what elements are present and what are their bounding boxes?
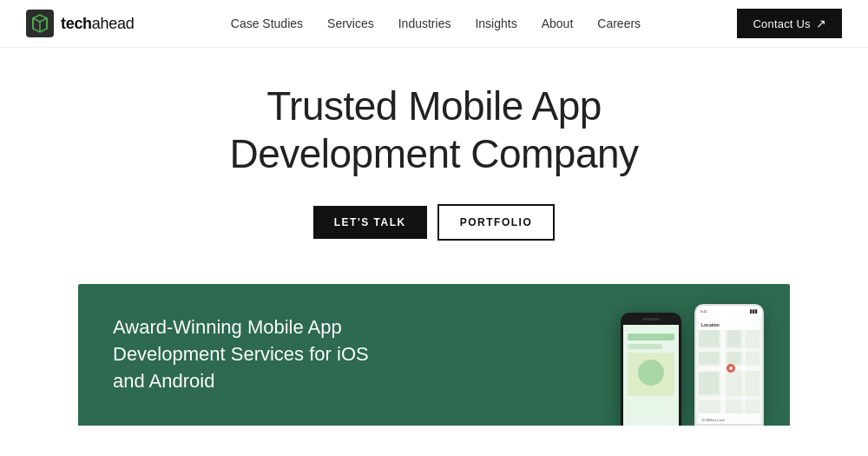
header: techahead Case Studies Services Industri… <box>0 0 868 48</box>
phones-container: 9:41 9:41 ▊▊▊ <box>621 304 764 426</box>
nav-case-studies[interactable]: Case Studies <box>231 17 303 30</box>
contact-button[interactable]: Contact Us ↗ <box>737 9 842 38</box>
phone-dark-screen: 9:41 <box>623 325 679 426</box>
portfolio-button[interactable]: PORTFOLIO <box>437 204 556 241</box>
phone-white-mockup: 9:41 ▊▊▊ <box>694 304 764 426</box>
phone-dark-mockup: 9:41 <box>621 313 681 426</box>
svg-rect-19 <box>699 396 760 400</box>
phone-status-bar: 9:41 ▊▊▊ <box>696 306 762 318</box>
nav-services[interactable]: Services <box>327 17 374 30</box>
svg-text:Location: Location <box>701 322 720 327</box>
logo[interactable]: techahead <box>26 10 134 37</box>
green-section-title: Award-Winning Mobile App Development Ser… <box>113 314 373 394</box>
nav-careers[interactable]: Careers <box>597 17 641 30</box>
green-section-wrapper: Award-Winning Mobile App Development Ser… <box>0 284 868 425</box>
svg-point-12 <box>647 363 655 372</box>
svg-rect-18 <box>699 348 760 352</box>
nav-industries[interactable]: Industries <box>398 17 451 30</box>
nav-about[interactable]: About <box>542 17 574 30</box>
svg-rect-10 <box>648 325 654 426</box>
logo-icon <box>26 10 54 37</box>
svg-rect-2 <box>623 325 679 426</box>
svg-text:9:41: 9:41 <box>626 327 634 332</box>
svg-point-32 <box>729 367 733 370</box>
svg-rect-21 <box>742 318 746 424</box>
hero-title: Trusted Mobile App Development Company <box>174 83 694 178</box>
svg-rect-1 <box>623 325 679 426</box>
phone-white-screen: Location 15 Willow Lane <box>699 318 760 424</box>
svg-rect-20 <box>720 318 726 424</box>
svg-rect-24 <box>699 353 719 364</box>
green-section: Award-Winning Mobile App Development Ser… <box>78 284 790 425</box>
nav-insights[interactable]: Insights <box>475 17 516 30</box>
svg-rect-25 <box>727 353 740 364</box>
hero-buttons: LET'S TALK PORTFOLIO <box>313 204 555 241</box>
logo-text: techahead <box>61 15 134 33</box>
contact-arrow-icon: ↗ <box>816 17 826 30</box>
lets-talk-button[interactable]: LET'S TALK <box>313 206 427 239</box>
svg-rect-13 <box>623 325 679 334</box>
svg-text:15 Willow Lane: 15 Willow Lane <box>701 418 726 422</box>
green-section-text: Award-Winning Mobile App Development Ser… <box>78 284 408 425</box>
svg-rect-26 <box>699 373 719 394</box>
hero-section: Trusted Mobile App Development Company L… <box>0 48 868 284</box>
contact-button-label: Contact Us <box>753 17 810 30</box>
svg-rect-11 <box>623 364 679 371</box>
main-nav: Case Studies Services Industries Insight… <box>231 17 641 30</box>
